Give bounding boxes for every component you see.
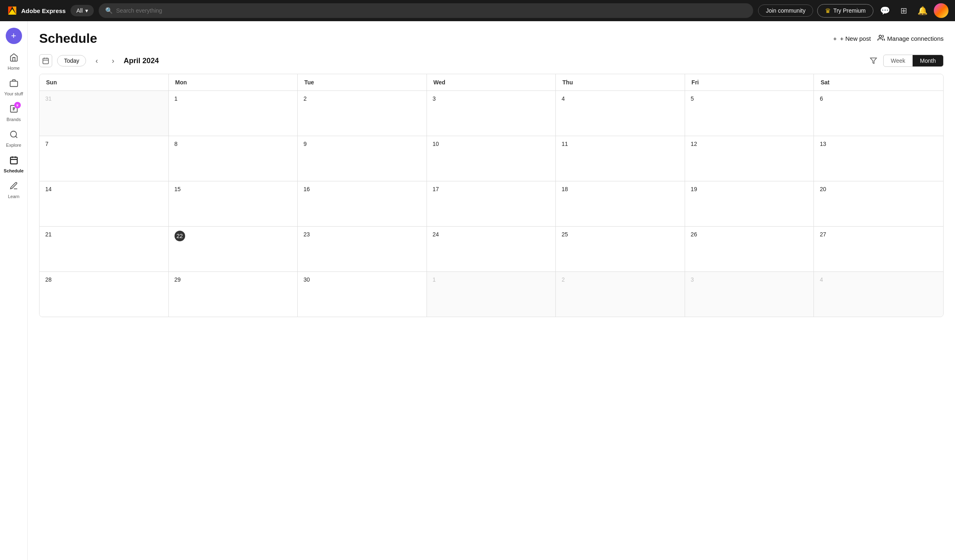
calendar-cell[interactable]: 20 bbox=[814, 181, 943, 226]
sidebar-item-home[interactable]: Home bbox=[2, 50, 26, 74]
learn-icon bbox=[9, 181, 18, 192]
calendar-cell[interactable]: 29 bbox=[169, 272, 298, 317]
calendar-filter-button[interactable] bbox=[867, 54, 880, 67]
filter-dropdown[interactable]: All ▾ bbox=[71, 5, 94, 16]
nav-actions: Join community ♛ Try Premium 💬 ⊞ 🔔 bbox=[758, 3, 948, 18]
calendar-cell[interactable]: 1 bbox=[427, 272, 556, 317]
calendar-view-icon[interactable] bbox=[39, 54, 52, 67]
today-button[interactable]: Today bbox=[57, 55, 86, 66]
home-icon bbox=[9, 53, 18, 64]
calendar-date: 21 bbox=[45, 231, 52, 238]
top-navigation: Adobe Express All ▾ 🔍 Join community ♛ T… bbox=[0, 0, 955, 21]
calendar-cell[interactable]: 8 bbox=[169, 136, 298, 181]
svg-point-6 bbox=[10, 131, 16, 137]
calendar-cell[interactable]: 1 bbox=[169, 91, 298, 136]
calendar-cell[interactable]: 12 bbox=[685, 136, 814, 181]
crown-icon: ♛ bbox=[825, 7, 831, 15]
calendar-cell[interactable]: 6 bbox=[814, 91, 943, 136]
calendar-cell[interactable]: 14 bbox=[40, 181, 169, 226]
calendar-cell[interactable]: 3 bbox=[427, 91, 556, 136]
svg-rect-8 bbox=[10, 157, 17, 164]
search-input[interactable] bbox=[116, 7, 747, 14]
calendar-cell[interactable]: 15 bbox=[169, 181, 298, 226]
svg-line-7 bbox=[15, 136, 17, 138]
try-premium-button[interactable]: ♛ Try Premium bbox=[817, 4, 873, 18]
add-button[interactable]: + bbox=[6, 28, 22, 44]
messages-icon-button[interactable]: 💬 bbox=[878, 3, 892, 18]
calendar-controls: Today ‹ › April 2024 Week Month bbox=[39, 54, 944, 67]
sidebar-item-your-stuff-label: Your stuff bbox=[4, 91, 23, 96]
new-post-button[interactable]: + + New post bbox=[833, 35, 871, 42]
calendar-cell[interactable]: 11 bbox=[556, 136, 685, 181]
calendar-cell[interactable]: 30 bbox=[298, 272, 427, 317]
calendar-cell[interactable]: 4 bbox=[556, 91, 685, 136]
user-avatar-button[interactable] bbox=[934, 3, 948, 18]
search-bar[interactable]: 🔍 bbox=[99, 3, 753, 18]
day-header-sun: Sun bbox=[40, 74, 169, 91]
next-month-button[interactable]: › bbox=[107, 55, 119, 66]
sidebar-item-schedule[interactable]: Schedule bbox=[2, 152, 26, 176]
calendar-cell[interactable]: 23 bbox=[298, 227, 427, 271]
apps-icon-button[interactable]: ⊞ bbox=[896, 3, 911, 18]
calendar-date: 3 bbox=[691, 276, 694, 283]
sidebar-item-explore-label: Explore bbox=[6, 143, 21, 148]
schedule-icon bbox=[9, 156, 18, 167]
calendar-cell[interactable]: 4 bbox=[814, 272, 943, 317]
manage-connections-button[interactable]: Manage connections bbox=[878, 34, 944, 43]
calendar-cell[interactable]: 22 bbox=[169, 227, 298, 271]
month-label: April 2024 bbox=[124, 57, 159, 65]
calendar-date: 29 bbox=[175, 276, 181, 283]
calendar-date: 5 bbox=[691, 95, 694, 102]
your-stuff-icon bbox=[9, 79, 18, 90]
week-view-button[interactable]: Week bbox=[884, 55, 913, 66]
sidebar-item-your-stuff[interactable]: Your stuff bbox=[2, 75, 26, 99]
calendar-date: 1 bbox=[433, 276, 436, 283]
calendar-cell[interactable]: 28 bbox=[40, 272, 169, 317]
calendar-cell[interactable]: 5 bbox=[685, 91, 814, 136]
calendar-cell[interactable]: 9 bbox=[298, 136, 427, 181]
calendar-cell[interactable]: 24 bbox=[427, 227, 556, 271]
calendar-cell[interactable]: 2 bbox=[556, 272, 685, 317]
plus-icon: + bbox=[833, 35, 837, 42]
calendar-cell[interactable]: 18 bbox=[556, 181, 685, 226]
sidebar-item-learn[interactable]: Learn bbox=[2, 178, 26, 202]
calendar-cell[interactable]: 27 bbox=[814, 227, 943, 271]
svg-marker-17 bbox=[870, 58, 876, 64]
page-header: Schedule + + New post Manage connections bbox=[39, 31, 944, 46]
sidebar-item-brands[interactable]: ♛ Brands bbox=[2, 101, 26, 125]
month-view-button[interactable]: Month bbox=[913, 55, 943, 66]
calendar-date: 30 bbox=[303, 276, 310, 283]
calendar-cell[interactable]: 7 bbox=[40, 136, 169, 181]
sidebar-item-explore[interactable]: Explore bbox=[2, 127, 26, 151]
calendar-date: 7 bbox=[45, 141, 49, 147]
sidebar-item-schedule-label: Schedule bbox=[4, 168, 24, 173]
calendar-cell[interactable]: 2 bbox=[298, 91, 427, 136]
join-community-button[interactable]: Join community bbox=[758, 4, 813, 17]
calendar-week-1: 78910111213 bbox=[40, 136, 943, 181]
day-header-thu: Thu bbox=[556, 74, 685, 91]
calendar-cell[interactable]: 19 bbox=[685, 181, 814, 226]
search-icon: 🔍 bbox=[105, 7, 113, 14]
calendar-cell[interactable]: 13 bbox=[814, 136, 943, 181]
calendar-cell[interactable]: 21 bbox=[40, 227, 169, 271]
calendar-date: 2 bbox=[562, 276, 565, 283]
explore-icon bbox=[9, 130, 18, 141]
brand-logo[interactable]: Adobe Express bbox=[7, 5, 66, 16]
header-actions: + + New post Manage connections bbox=[833, 34, 944, 43]
calendar-date: 9 bbox=[303, 141, 307, 147]
notifications-icon-button[interactable]: 🔔 bbox=[915, 3, 930, 18]
calendar-cell[interactable]: 16 bbox=[298, 181, 427, 226]
prev-month-button[interactable]: ‹ bbox=[91, 55, 102, 66]
calendar-cell[interactable]: 31 bbox=[40, 91, 169, 136]
calendar-cell[interactable]: 25 bbox=[556, 227, 685, 271]
calendar-date: 13 bbox=[820, 141, 826, 147]
calendar-date: 2 bbox=[303, 95, 307, 102]
calendar-cell[interactable]: 10 bbox=[427, 136, 556, 181]
day-header-fri: Fri bbox=[685, 74, 814, 91]
calendar-date: 22 bbox=[175, 231, 185, 241]
calendar-week-4: 2829301234 bbox=[40, 272, 943, 317]
calendar-cell[interactable]: 3 bbox=[685, 272, 814, 317]
calendar-date: 10 bbox=[433, 141, 439, 147]
calendar-cell[interactable]: 26 bbox=[685, 227, 814, 271]
calendar-cell[interactable]: 17 bbox=[427, 181, 556, 226]
